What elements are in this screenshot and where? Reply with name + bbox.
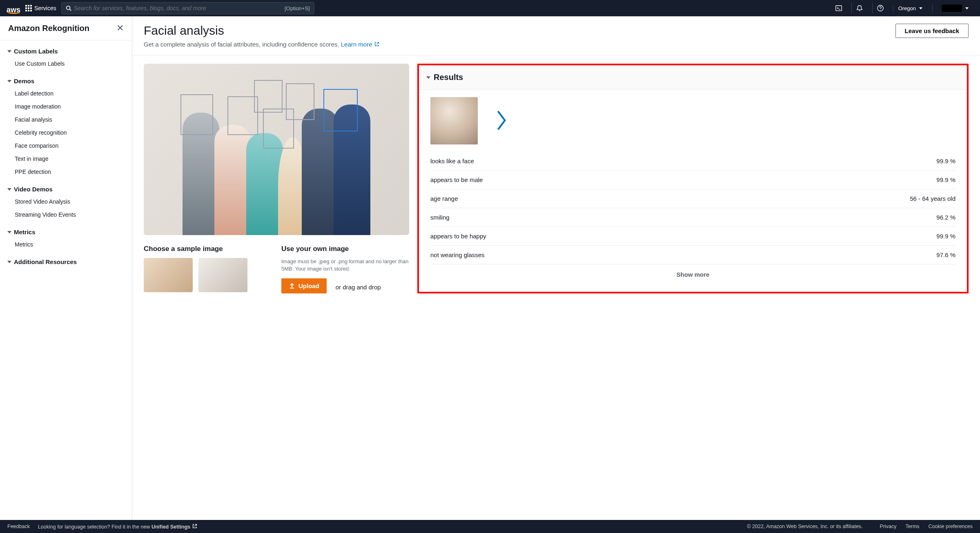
- help-button[interactable]: [872, 3, 888, 13]
- result-attribute-row: not wearing glasses97.6 %: [430, 246, 956, 264]
- show-more-button[interactable]: Show more: [430, 264, 956, 280]
- results-toggle[interactable]: Results: [419, 65, 967, 90]
- caret-down-icon: [965, 7, 969, 9]
- services-menu-button[interactable]: Services: [25, 5, 56, 11]
- region-label: Oregon: [898, 5, 916, 11]
- sidebar-section-metrics[interactable]: Metrics: [7, 226, 125, 238]
- feedback-button[interactable]: Leave us feedback: [895, 24, 969, 38]
- attribute-label: appears to be male: [430, 176, 483, 183]
- caret-down-icon: [919, 7, 922, 9]
- attribute-label: smiling: [430, 214, 450, 221]
- help-icon: [877, 4, 884, 12]
- search-shortcut: [Option+S]: [285, 5, 310, 11]
- analysis-image[interactable]: [144, 64, 409, 235]
- region-selector[interactable]: Oregon: [893, 5, 927, 11]
- services-label: Services: [34, 5, 56, 11]
- services-grid-icon: [25, 5, 32, 11]
- own-image-heading: Use your own image: [281, 245, 409, 253]
- sample-thumbnail[interactable]: [144, 258, 193, 292]
- sidebar-item-streaming-video-events[interactable]: Streaming Video Events: [7, 208, 125, 221]
- result-attribute-row: appears to be happy99.9 %: [430, 227, 956, 246]
- aws-logo[interactable]: aws: [7, 2, 20, 14]
- attribute-value: 96.2 %: [936, 214, 956, 221]
- face-box[interactable]: [180, 94, 213, 135]
- face-box[interactable]: [254, 80, 283, 113]
- sidebar-item-stored-video-analysis[interactable]: Stored Video Analysis: [7, 195, 125, 208]
- service-title: Amazon Rekognition: [8, 24, 89, 33]
- next-face-button[interactable]: [496, 109, 507, 133]
- sample-heading: Choose a sample image: [144, 245, 272, 253]
- page-title: Facial analysis: [144, 24, 380, 38]
- attribute-value: 99.9 %: [936, 176, 956, 183]
- results-panel: Results looks like a face99.9 %appears t…: [417, 64, 969, 293]
- svg-point-0: [66, 6, 70, 10]
- face-box[interactable]: [286, 83, 314, 120]
- result-attribute-row: smiling96.2 %: [430, 208, 956, 227]
- sidebar-section-custom-labels[interactable]: Custom Labels: [7, 45, 125, 57]
- collapse-triangle-icon: [7, 188, 11, 191]
- collapse-triangle-icon: [7, 50, 11, 53]
- sidebar-item-image-moderation[interactable]: Image moderation: [7, 100, 125, 113]
- external-link-icon: [374, 41, 380, 47]
- sidebar-item-celebrity-recognition[interactable]: Celebrity recognition: [7, 126, 125, 139]
- collapse-triangle-icon: [426, 76, 430, 79]
- sidebar-item-metrics[interactable]: Metrics: [7, 238, 125, 251]
- sidebar-section-video-demos[interactable]: Video Demos: [7, 183, 125, 195]
- collapse-triangle-icon: [7, 231, 11, 233]
- sidebar-item-facial-analysis[interactable]: Facial analysis: [7, 113, 125, 126]
- sidebar-item-face-comparison[interactable]: Face comparison: [7, 139, 125, 152]
- close-icon[interactable]: ✕: [116, 23, 124, 33]
- collapse-triangle-icon: [7, 80, 11, 82]
- svg-line-1: [69, 9, 71, 11]
- result-attribute-row: appears to be male99.9 %: [430, 171, 956, 189]
- attribute-value: 97.6 %: [936, 251, 956, 258]
- results-heading: Results: [434, 73, 463, 82]
- cloudshell-icon: [835, 4, 842, 12]
- sidebar-item-use-custom-labels[interactable]: Use Custom Labels: [7, 57, 125, 70]
- attribute-label: age range: [430, 195, 458, 202]
- svg-point-5: [877, 5, 883, 11]
- attribute-value: 56 - 64 years old: [910, 195, 956, 202]
- service-sidebar: Amazon Rekognition ✕ Custom LabelsUse Cu…: [0, 16, 132, 520]
- learn-more-link[interactable]: Learn more: [341, 41, 380, 48]
- cloudshell-button[interactable]: [831, 3, 846, 13]
- search-input[interactable]: [74, 5, 285, 11]
- result-attribute-row: age range56 - 64 years old: [430, 189, 956, 208]
- bell-icon: [856, 4, 863, 12]
- result-attribute-row: looks like a face99.9 %: [430, 152, 956, 171]
- attribute-label: appears to be happy: [430, 233, 486, 240]
- sidebar-item-text-in-image[interactable]: Text in image: [7, 152, 125, 165]
- sample-thumbnail[interactable]: [198, 258, 247, 292]
- face-box[interactable]: [227, 96, 258, 135]
- selected-face-thumbnail[interactable]: [430, 97, 478, 144]
- sidebar-item-label-detection[interactable]: Label detection: [7, 87, 125, 100]
- sidebar-section-demos[interactable]: Demos: [7, 75, 125, 87]
- upload-button[interactable]: Upload: [281, 278, 327, 293]
- upload-help-text: Image must be .jpeg or .png format and n…: [281, 258, 409, 273]
- sidebar-item-ppe-detection[interactable]: PPE detection: [7, 165, 125, 178]
- chevron-right-icon: [496, 109, 507, 132]
- collapse-triangle-icon: [7, 261, 11, 263]
- notifications-button[interactable]: [851, 3, 867, 13]
- sidebar-section-additional-resources[interactable]: Additional Resources: [7, 256, 125, 268]
- main-content: Facial analysis Get a complete analysis …: [132, 16, 980, 520]
- drag-drop-label: or drag and drop: [336, 284, 381, 291]
- page-subtitle: Get a complete analysis of facial attrib…: [144, 41, 380, 48]
- attribute-label: looks like a face: [430, 158, 474, 164]
- account-menu[interactable]: [932, 4, 973, 12]
- face-box-selected[interactable]: [323, 89, 358, 131]
- attribute-value: 99.9 %: [936, 158, 956, 164]
- global-search[interactable]: [Option+S]: [61, 2, 314, 14]
- attribute-label: not wearing glasses: [430, 251, 485, 258]
- search-icon: [66, 5, 71, 11]
- svg-point-6: [880, 10, 880, 10]
- attribute-value: 99.9 %: [936, 233, 956, 240]
- upload-icon: [289, 283, 295, 289]
- account-name-redacted: [942, 4, 962, 12]
- aws-top-nav: aws Services [Option+S] Oregon: [0, 0, 980, 16]
